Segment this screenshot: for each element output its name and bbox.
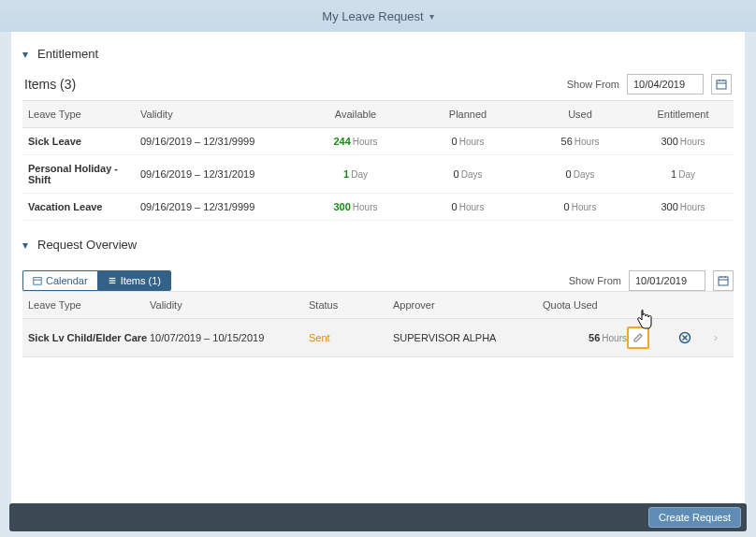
col-leave-type: Leave Type	[28, 299, 150, 311]
unit: Hours	[459, 202, 485, 212]
show-from-label: Show From	[569, 275, 621, 286]
list-icon	[108, 276, 117, 285]
col-status: Status	[309, 299, 393, 311]
table-row: Vacation Leave 09/16/2019 – 12/31/9999 3…	[22, 194, 734, 221]
cell-planned: 0	[454, 168, 459, 180]
cell-used: 0	[566, 168, 572, 180]
items-count-label: Items (3)	[24, 77, 76, 92]
unit: Day	[351, 169, 368, 180]
unit: Hours	[572, 202, 597, 212]
tab-calendar[interactable]: Calendar	[22, 270, 97, 291]
tab-items[interactable]: Items (1)	[97, 270, 171, 291]
table-row: Personal Holiday - Shift 09/16/2019 – 12…	[22, 155, 734, 194]
col-validity: Validity	[150, 299, 309, 311]
cell-leave-type: Sick Leave	[28, 136, 140, 147]
table-row: Sick Leave 09/16/2019 – 12/31/9999 244Ho…	[22, 128, 734, 155]
svg-rect-9	[719, 277, 728, 285]
cell-available: 300	[333, 201, 350, 212]
svg-rect-0	[717, 80, 726, 89]
cell-leave-type: Sick Lv Child/Elder Care	[28, 332, 150, 343]
chevron-right-icon[interactable]: ›	[702, 331, 730, 344]
cell-leave-type: Vacation Leave	[28, 201, 140, 212]
cell-entitlement: 300	[661, 136, 677, 147]
cell-validity: 09/16/2019 – 12/31/2019	[140, 168, 299, 180]
cell-used: 56	[561, 136, 573, 147]
cell-validity: 09/16/2019 – 12/31/9999	[140, 136, 299, 147]
tab-calendar-label: Calendar	[46, 275, 88, 286]
cell-quota: 56	[589, 332, 600, 343]
cancel-icon	[678, 331, 691, 344]
cell-planned: 0	[452, 201, 458, 212]
svg-rect-4	[34, 278, 41, 285]
calendar-icon[interactable]	[711, 74, 732, 94]
cell-used: 0	[564, 201, 570, 212]
col-entitlement: Entitlement	[636, 109, 730, 120]
col-used: Used	[524, 109, 636, 120]
unit: Days	[574, 169, 595, 180]
cell-leave-type: Personal Holiday - Shift	[28, 163, 140, 185]
entitlement-section-header[interactable]: ▾ Entitlement	[22, 41, 734, 70]
col-planned: Planned	[412, 109, 524, 120]
col-leave-type: Leave Type	[28, 109, 140, 120]
unit: Hours	[680, 137, 705, 147]
show-from-input[interactable]	[629, 270, 705, 291]
app-header: My Leave Request ▾	[0, 0, 756, 32]
col-validity: Validity	[140, 109, 299, 120]
pencil-icon	[632, 332, 644, 343]
unit: Hours	[353, 137, 378, 147]
col-quota-used: Quota Used	[543, 299, 627, 311]
unit: Day	[678, 169, 695, 180]
chevron-down-icon: ▾	[22, 48, 28, 61]
cell-entitlement: 1	[671, 168, 676, 180]
unit: Hours	[459, 137, 485, 147]
cell-validity: 10/07/2019 – 10/15/2019	[150, 332, 309, 343]
col-approver: Approver	[393, 299, 543, 311]
request-table-header: Leave Type Validity Status Approver Quot…	[22, 291, 734, 319]
edit-button[interactable]	[627, 327, 649, 349]
footer-bar: Create Request	[9, 503, 747, 531]
cell-approver: SUPERVISOR ALPHA	[393, 332, 543, 343]
unit: Hours	[680, 202, 705, 212]
calendar-icon	[33, 276, 42, 285]
cell-available: 1	[343, 168, 349, 180]
cell-status: Sent	[309, 332, 393, 343]
unit: Hours	[353, 202, 378, 212]
app-title: My Leave Request	[322, 9, 423, 23]
section-title: Entitlement	[37, 47, 98, 61]
section-title: Request Overview	[37, 238, 137, 252]
unit: Hours	[574, 137, 600, 147]
col-available: Available	[299, 109, 412, 120]
calendar-icon[interactable]	[713, 270, 734, 291]
cell-validity: 09/16/2019 – 12/31/9999	[140, 201, 299, 212]
show-from-input[interactable]	[627, 74, 704, 94]
unit: Days	[461, 169, 483, 180]
show-from-label: Show From	[567, 79, 619, 90]
table-row[interactable]: Sick Lv Child/Elder Care 10/07/2019 – 10…	[22, 319, 734, 357]
cancel-button[interactable]	[674, 327, 696, 349]
cell-entitlement: 300	[661, 201, 677, 212]
cell-planned: 0	[452, 136, 458, 147]
chevron-down-icon[interactable]: ▾	[429, 11, 434, 22]
request-overview-section-header[interactable]: ▾ Request Overview	[22, 232, 734, 261]
create-request-button[interactable]: Create Request	[648, 507, 741, 528]
unit: Hours	[602, 333, 627, 343]
chevron-down-icon: ▾	[22, 239, 28, 252]
cell-available: 244	[333, 136, 350, 147]
tab-items-label: Items (1)	[121, 275, 161, 286]
entitlement-table-header: Leave Type Validity Available Planned Us…	[22, 100, 734, 128]
